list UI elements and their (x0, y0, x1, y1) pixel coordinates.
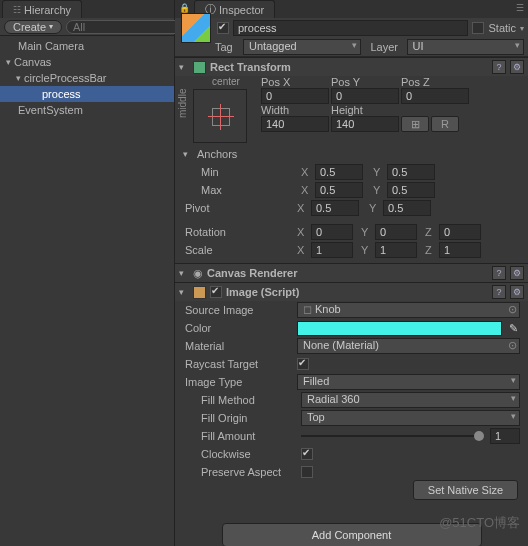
inspector-panel: 🔒 ⓘ Inspector ☰ Static ▾ Tag Untagged (175, 0, 528, 546)
hierarchy-tab-label: Hierarchy (24, 4, 71, 16)
help-icon[interactable]: ? (492, 266, 506, 280)
posy-field[interactable] (331, 88, 399, 104)
fill-amount-slider[interactable] (301, 435, 484, 437)
static-label: Static (488, 22, 516, 34)
image-script-icon (193, 286, 206, 299)
anchor-max-y[interactable] (387, 182, 435, 198)
hierarchy-tab-row: ☷ Hierarchy (0, 0, 174, 18)
clockwise-checkbox[interactable] (301, 448, 313, 460)
layer-label: Layer (371, 41, 403, 53)
help-icon[interactable]: ? (492, 285, 506, 299)
source-image-field[interactable]: Knob (297, 302, 520, 318)
raycast-checkbox[interactable] (297, 358, 309, 370)
rot-y[interactable] (375, 224, 417, 240)
foldout-icon[interactable]: ▾ (179, 62, 187, 72)
watermark: @51CTO博客 (439, 514, 520, 532)
gameobject-icon[interactable] (181, 13, 211, 43)
height-field[interactable] (331, 116, 399, 132)
tree-item-canvas[interactable]: ▾Canvas (0, 54, 174, 70)
scl-y[interactable] (375, 242, 417, 258)
anchor-side-label: middle (177, 89, 188, 118)
foldout-icon[interactable]: ▾ (179, 287, 187, 297)
rect-transform-component: ▾ Rect Transform ? ⚙ center Pos XPos YPo… (175, 57, 528, 263)
hierarchy-icon: ☷ (13, 5, 21, 15)
panel-menu-icon[interactable]: ☰ (516, 0, 528, 18)
scl-x[interactable] (311, 242, 353, 258)
pivot-x[interactable] (311, 200, 359, 216)
fill-method-dropdown[interactable]: Radial 360 (301, 392, 520, 408)
anchor-min-y[interactable] (387, 164, 435, 180)
posz-field[interactable] (401, 88, 469, 104)
anchor-mode-label: center (193, 76, 259, 87)
scl-z[interactable] (439, 242, 481, 258)
canvas-renderer-component: ▾ ◉ Canvas Renderer ? ⚙ (175, 263, 528, 282)
component-title: Image (Script) (226, 286, 488, 298)
hierarchy-panel: ☷ Hierarchy Create▾ Main Camera ▾Canvas … (0, 0, 175, 546)
image-component: ▾ Image (Script) ? ⚙ Source ImageKnob Co… (175, 282, 528, 503)
color-field[interactable] (297, 321, 502, 336)
foldout-icon[interactable]: ▾ (16, 73, 24, 83)
tag-label: Tag (215, 41, 239, 53)
rect-transform-icon (193, 61, 206, 74)
inspector-tab-label: Inspector (219, 4, 264, 16)
tree-item-process[interactable]: process (0, 86, 174, 102)
inspector-tab-row: 🔒 ⓘ Inspector ☰ (175, 0, 528, 18)
layer-dropdown[interactable]: UI (407, 39, 525, 55)
tag-dropdown[interactable]: Untagged (243, 39, 361, 55)
image-type-dropdown[interactable]: Filled (297, 374, 520, 390)
active-checkbox[interactable] (217, 22, 229, 34)
eyedropper-icon[interactable]: ✎ (506, 321, 520, 336)
posx-field[interactable] (261, 88, 329, 104)
fill-origin-dropdown[interactable]: Top (301, 410, 520, 426)
gameobject-header: Static ▾ Tag Untagged Layer UI (175, 18, 528, 57)
material-field[interactable]: None (Material) (297, 338, 520, 354)
hierarchy-toolbar: Create▾ (0, 18, 174, 36)
name-field[interactable] (233, 20, 468, 36)
pivot-y[interactable] (383, 200, 431, 216)
hierarchy-tab[interactable]: ☷ Hierarchy (2, 0, 82, 18)
anchor-preset-button[interactable] (193, 89, 247, 143)
anchor-min-x[interactable] (315, 164, 363, 180)
set-native-size-button[interactable]: Set Native Size (413, 480, 518, 500)
tree-item-eventsystem[interactable]: EventSystem (0, 102, 174, 118)
tree-item-main-camera[interactable]: Main Camera (0, 38, 174, 54)
rot-z[interactable] (439, 224, 481, 240)
foldout-icon[interactable]: ▾ (6, 57, 14, 67)
foldout-icon[interactable]: ▾ (179, 268, 187, 278)
tree-item-circleprocessbar[interactable]: ▾circleProcessBar (0, 70, 174, 86)
raw-edit-button[interactable]: R (431, 116, 459, 132)
anchor-max-x[interactable] (315, 182, 363, 198)
hierarchy-tree: Main Camera ▾Canvas ▾circleProcessBar pr… (0, 36, 174, 546)
rot-x[interactable] (311, 224, 353, 240)
static-dropdown-icon[interactable]: ▾ (520, 24, 524, 33)
gear-icon[interactable]: ⚙ (510, 266, 524, 280)
create-dropdown[interactable]: Create▾ (4, 20, 62, 34)
gear-icon[interactable]: ⚙ (510, 60, 524, 74)
preserve-aspect-checkbox[interactable] (301, 466, 313, 478)
component-title: Canvas Renderer (207, 267, 488, 279)
blueprint-button[interactable]: ⊞ (401, 116, 429, 132)
enabled-checkbox[interactable] (210, 286, 222, 298)
width-field[interactable] (261, 116, 329, 132)
gear-icon[interactable]: ⚙ (510, 285, 524, 299)
help-icon[interactable]: ? (492, 60, 506, 74)
eye-icon: ◉ (193, 267, 203, 280)
fill-amount-value[interactable] (490, 428, 520, 444)
component-title: Rect Transform (210, 61, 488, 73)
foldout-icon[interactable]: ▾ (183, 149, 191, 159)
static-checkbox[interactable] (472, 22, 484, 34)
